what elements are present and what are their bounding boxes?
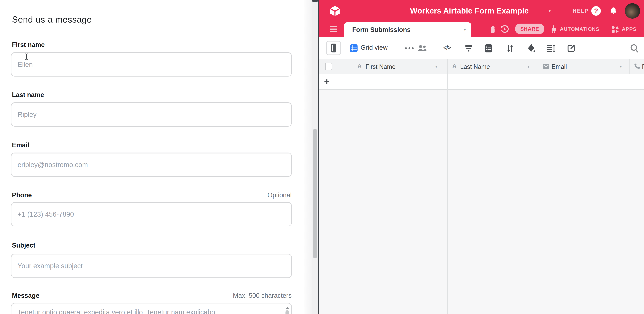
view-toolbar: Grid view </> — [319, 37, 644, 59]
phone-field-type-icon — [634, 63, 640, 70]
hamburger-icon — [330, 26, 337, 27]
airtable-topbar: Workers Airtable Form Example ▼ HELP ? — [319, 0, 644, 22]
collaborators-icon[interactable] — [417, 43, 428, 53]
phone-optional-note: Optional — [268, 191, 292, 199]
subject-label: Subject — [12, 242, 35, 249]
hamburger-icon — [330, 31, 337, 32]
scroll-up-arrow-icon[interactable] — [286, 307, 289, 309]
group-icon[interactable] — [484, 44, 493, 53]
message-maxchars-note: Max. 500 characters — [233, 292, 292, 299]
chevron-down-icon[interactable]: ▼ — [548, 9, 552, 13]
trash-icon[interactable] — [488, 25, 498, 34]
grid-view-icon — [349, 44, 358, 53]
share-button[interactable]: SHARE — [515, 24, 544, 34]
page-title: Send us a message — [12, 14, 92, 25]
email-field[interactable] — [11, 153, 292, 177]
first-name-label: First name — [12, 41, 45, 49]
text-field-type-icon: A — [452, 63, 457, 70]
airtable-pane: Workers Airtable Form Example ▼ HELP ? F… — [319, 0, 644, 314]
contact-form-pane: Send us a message First name Last name E… — [0, 0, 304, 314]
subject-input[interactable] — [11, 254, 292, 278]
airtable-table-bar: Form Submissions ▼ SHARE — [319, 22, 644, 37]
textarea-scrollbar-thumb[interactable] — [286, 310, 289, 314]
phone-label: Phone — [12, 191, 32, 199]
filter-icon[interactable] — [464, 45, 473, 52]
screenshot-canvas: Send us a message First name Last name E… — [0, 0, 644, 314]
share-view-icon[interactable] — [567, 44, 576, 53]
table-tab-label: Form Submissions — [352, 26, 410, 34]
text-field-type-icon: A — [357, 63, 362, 70]
add-record-plus-icon[interactable]: + — [324, 76, 330, 87]
left-pane-scrollbar-thumb[interactable] — [312, 129, 318, 258]
splitter-handle[interactable] — [312, 0, 318, 2]
row-height-icon[interactable] — [547, 44, 556, 53]
message-text: Tenetur optio quaerat expedita vero et i… — [18, 307, 280, 314]
grid-header-row: A First Name ▼ A Last Name ▼ Email ▼ Pho… — [319, 59, 644, 74]
sort-icon[interactable] — [506, 44, 514, 53]
form-pane-edge — [304, 0, 312, 314]
automations-button[interactable]: AUTOMATIONS — [560, 26, 600, 32]
base-title[interactable]: Workers Airtable Form Example — [410, 6, 529, 15]
first-name-input[interactable] — [11, 52, 292, 77]
view-name[interactable]: Grid view — [360, 44, 388, 51]
email-label: Email — [12, 141, 29, 149]
automations-icon[interactable] — [549, 25, 558, 34]
toolbar-divider — [436, 42, 436, 55]
column-header-first-name[interactable]: First Name — [366, 63, 396, 70]
apps-icon[interactable] — [610, 25, 620, 34]
message-label: Message — [12, 292, 40, 299]
message-textarea[interactable]: Tenetur optio quaerat expedita vero et i… — [11, 303, 292, 314]
last-name-label: Last name — [12, 91, 44, 99]
search-icon[interactable] — [630, 44, 639, 53]
sidebar-toggle-button[interactable] — [326, 41, 341, 55]
hamburger-icon — [330, 29, 337, 30]
sidebar-toggle-icon — [331, 44, 336, 53]
last-name-input[interactable] — [11, 102, 292, 127]
history-icon[interactable] — [500, 25, 510, 34]
help-question-icon[interactable]: ? — [591, 6, 601, 16]
apps-button[interactable]: APPS — [622, 26, 636, 32]
column-header-email[interactable]: Email — [552, 63, 567, 70]
chevron-down-icon[interactable]: ▼ — [434, 65, 438, 69]
api-code-icon[interactable]: </> — [443, 44, 451, 51]
view-options-ellipsis-icon[interactable] — [404, 47, 414, 50]
email-field-type-icon — [543, 64, 550, 70]
add-record-row[interactable]: + — [319, 74, 644, 90]
column-header-last-name[interactable]: Last Name — [460, 63, 490, 70]
phone-field[interactable] — [11, 202, 292, 226]
select-all-checkbox[interactable] — [325, 63, 332, 70]
column-header-phone[interactable]: Phone — [642, 63, 644, 70]
help-button[interactable]: HELP — [573, 8, 589, 14]
pane-splitter[interactable] — [318, 0, 319, 314]
notifications-bell-icon[interactable] — [609, 7, 618, 15]
textarea-scrollbar[interactable] — [285, 305, 290, 314]
user-avatar[interactable] — [625, 3, 640, 19]
grid-empty-area — [319, 90, 644, 314]
airtable-logo-icon[interactable] — [329, 5, 341, 18]
color-icon[interactable] — [527, 44, 536, 53]
text-cursor-icon — [24, 53, 29, 60]
chevron-down-icon[interactable]: ▼ — [527, 65, 530, 69]
frozen-column-divider — [447, 59, 448, 314]
column-divider[interactable] — [538, 59, 538, 74]
chevron-down-icon[interactable]: ▼ — [463, 28, 467, 32]
table-tab-form-submissions[interactable]: Form Submissions ▼ — [344, 22, 471, 37]
sidebar-menu-button[interactable] — [319, 22, 348, 37]
column-divider[interactable] — [630, 59, 630, 74]
chevron-down-icon[interactable]: ▼ — [619, 65, 622, 69]
